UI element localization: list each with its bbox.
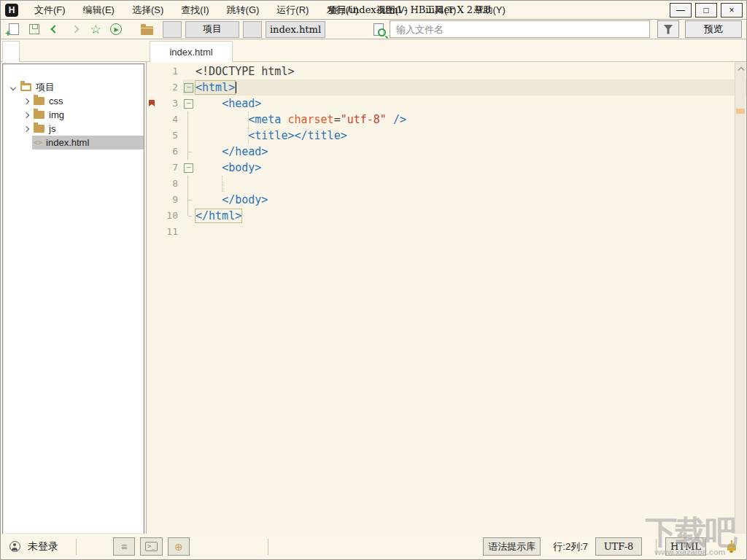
forward-button[interactable] bbox=[66, 21, 84, 37]
indent-guide bbox=[248, 128, 249, 144]
code-text: <meta charset="utf-8" /> bbox=[194, 112, 406, 128]
web-server-button[interactable]: ⊕ bbox=[168, 537, 190, 556]
web-server-icon: ⊕ bbox=[174, 541, 183, 553]
outline-list-icon: ≡ bbox=[121, 541, 127, 553]
code-text: <!DOCTYPE html> bbox=[194, 63, 294, 79]
fold-collapse-icon[interactable] bbox=[183, 96, 194, 112]
folder-icon bbox=[34, 125, 44, 133]
preview-button[interactable]: 预览 bbox=[685, 20, 742, 38]
gutter-margin bbox=[147, 63, 157, 79]
menu-item[interactable]: 编辑(E) bbox=[74, 1, 123, 20]
encoding-button[interactable]: UTF-8 bbox=[595, 537, 642, 556]
tree-item-label: 项目 bbox=[36, 81, 55, 94]
terminal-button[interactable]: >_ bbox=[140, 537, 163, 556]
editor-line[interactable]: 6 </head> bbox=[147, 144, 746, 160]
favorite-button[interactable]: ☆ bbox=[87, 21, 104, 37]
minimize-button[interactable]: — bbox=[670, 3, 692, 18]
user-account-icon[interactable] bbox=[9, 541, 20, 552]
file-search-input[interactable] bbox=[390, 20, 650, 38]
editor-line[interactable]: 2<html> bbox=[147, 79, 746, 96]
outline-list-button[interactable]: ≡ bbox=[113, 537, 135, 556]
code-text: </html> bbox=[194, 208, 241, 224]
editor-line[interactable]: 5 <title></title> bbox=[147, 128, 746, 144]
terminal-icon: >_ bbox=[145, 542, 158, 551]
title-bar: H 文件(F)编辑(E)选择(S)查找(I)跳转(G)运行(R)发行(U)视图(… bbox=[1, 1, 746, 20]
editor-line[interactable]: 9 </body> bbox=[147, 192, 746, 208]
tree-chevron-icon[interactable] bbox=[20, 113, 32, 117]
code-text: <title></title> bbox=[194, 128, 347, 144]
new-file-button[interactable] bbox=[5, 21, 23, 37]
breadcrumb-segment[interactable] bbox=[163, 21, 182, 38]
breadcrumb-segment[interactable]: index.html bbox=[266, 21, 325, 38]
fold-collapse-icon[interactable] bbox=[183, 160, 194, 176]
breadcrumb-segment[interactable] bbox=[243, 21, 262, 38]
editor-lines: 1<!DOCTYPE html>2<html>3 <head>4 <meta c… bbox=[147, 62, 746, 240]
tree-chevron-icon[interactable] bbox=[20, 99, 32, 104]
login-status[interactable]: 未登录 bbox=[28, 540, 58, 553]
hbuilderx-window: H 文件(F)编辑(E)选择(S)查找(I)跳转(G)运行(R)发行(U)视图(… bbox=[0, 0, 747, 560]
filter-button[interactable] bbox=[657, 20, 679, 38]
status-bar: 未登录 ≡ >_ ⊕ 语法提示库 行:2列:7 UTF-8 HTML bbox=[1, 534, 746, 559]
editor-line[interactable]: 3 <head> bbox=[147, 96, 746, 112]
tree-item-index.html[interactable]: <>index.html bbox=[3, 136, 144, 149]
star-icon: ☆ bbox=[90, 23, 101, 36]
tree-item-项目[interactable]: 项目 bbox=[3, 80, 144, 94]
tree-item-css[interactable]: css bbox=[3, 94, 144, 108]
gutter-margin bbox=[147, 112, 157, 128]
menu-item[interactable]: 运行(R) bbox=[268, 1, 317, 20]
line-number: 9 bbox=[157, 192, 183, 208]
line-number: 6 bbox=[157, 144, 183, 160]
menu-item[interactable]: 跳转(G) bbox=[218, 1, 268, 20]
maximize-button[interactable]: □ bbox=[695, 3, 717, 18]
line-number: 10 bbox=[157, 208, 183, 224]
menu-item[interactable]: 选择(S) bbox=[123, 1, 172, 20]
tree-item-img[interactable]: img bbox=[3, 108, 144, 122]
tab-index-html[interactable]: index.html bbox=[150, 41, 233, 63]
menu-item[interactable]: 查找(I) bbox=[172, 1, 217, 20]
tree-chevron-icon[interactable] bbox=[7, 85, 19, 90]
play-icon: ▶ bbox=[110, 23, 122, 35]
tree-chevron-icon[interactable] bbox=[20, 127, 32, 131]
language-mode-button[interactable]: HTML bbox=[665, 537, 706, 556]
preview-in-browser-icon[interactable] bbox=[374, 23, 384, 36]
tree-item-label: index.html bbox=[46, 137, 89, 148]
editor-line[interactable]: 1<!DOCTYPE html> bbox=[147, 63, 746, 79]
project-explorer-panel: 项目cssimgjs<>index.html bbox=[2, 63, 144, 534]
tree-item-js[interactable]: js bbox=[3, 122, 144, 136]
tree-item-label: img bbox=[49, 109, 64, 120]
save-button[interactable] bbox=[26, 21, 43, 37]
syntax-library-button[interactable]: 语法提示库 bbox=[483, 537, 541, 556]
window-controls: —□× bbox=[670, 3, 743, 18]
breadcrumb: 项目index.html bbox=[163, 21, 325, 38]
notification-bell-icon[interactable] bbox=[727, 543, 736, 551]
editor-scrollbar[interactable] bbox=[735, 62, 746, 534]
fold-guide bbox=[183, 208, 194, 224]
scroll-up-arrow-icon[interactable] bbox=[735, 63, 746, 74]
back-button[interactable] bbox=[46, 21, 63, 37]
editor-line[interactable]: 8 bbox=[147, 176, 746, 192]
run-button[interactable]: ▶ bbox=[107, 21, 125, 37]
menu-item[interactable]: 文件(F) bbox=[26, 1, 74, 20]
line-number: 2 bbox=[157, 79, 183, 96]
editor-line[interactable]: 11 bbox=[147, 224, 746, 240]
editor-line[interactable]: 10</html> bbox=[147, 208, 746, 224]
close-button[interactable]: × bbox=[721, 3, 743, 18]
editor-line[interactable]: 7 <body> bbox=[147, 160, 746, 176]
cursor-position: 行:2列:7 bbox=[553, 540, 588, 553]
breadcrumb-segment[interactable]: 项目 bbox=[185, 21, 239, 38]
fold-collapse-icon[interactable] bbox=[183, 79, 194, 96]
bookmark-flag-icon bbox=[147, 96, 157, 112]
folder-open-icon bbox=[20, 83, 31, 91]
status-right-cluster: 语法提示库 行:2列:7 UTF-8 HTML bbox=[483, 537, 736, 556]
code-editor[interactable]: 1<!DOCTYPE html>2<html>3 <head>4 <meta c… bbox=[146, 62, 746, 534]
line-number: 1 bbox=[157, 63, 183, 79]
editor-line[interactable]: 4 <meta charset="utf-8" /> bbox=[147, 112, 746, 128]
code-text bbox=[194, 176, 196, 192]
window-title: 项目/index.html - HBuilder X 2.9.8 bbox=[328, 1, 491, 20]
code-text: </body> bbox=[194, 192, 268, 208]
folder-icon bbox=[34, 111, 44, 119]
open-folder-button[interactable] bbox=[138, 21, 155, 37]
folder-icon bbox=[141, 26, 153, 35]
funnel-icon bbox=[664, 25, 673, 34]
tab-strip-spacer[interactable] bbox=[2, 41, 20, 62]
